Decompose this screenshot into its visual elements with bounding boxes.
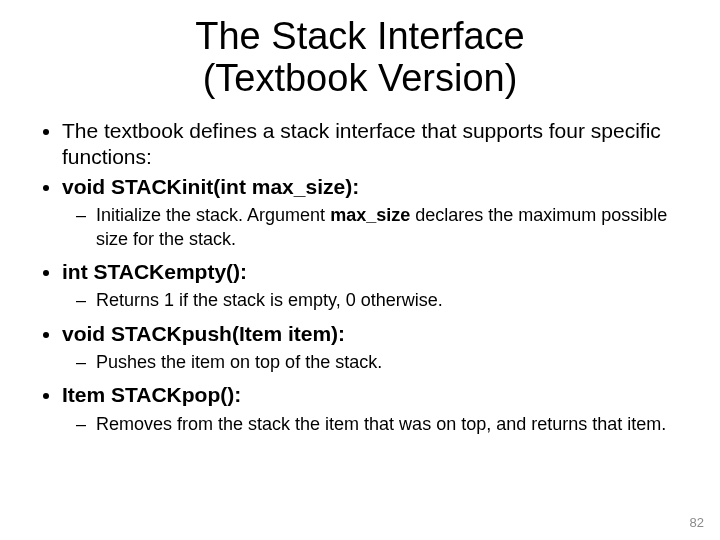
fn4-sublist: Removes from the stack the item that was… [62,413,690,436]
fn4-signature: Item STACKpop(): [62,383,241,406]
slide: The Stack Interface (Textbook Version) T… [0,0,720,540]
bullet-fn1: void STACKinit(int max_size): Initialize… [62,174,690,251]
bullet-fn3: void STACKpush(Item item): Pushes the it… [62,321,690,375]
fn2-sublist: Returns 1 if the stack is empty, 0 other… [62,289,690,312]
fn3-desc: Pushes the item on top of the stack. [96,351,690,374]
fn1-desc: Initialize the stack. Argument max_size … [96,204,690,251]
fn4-desc: Removes from the stack the item that was… [96,413,690,436]
fn1-signature: void STACKinit(int max_size): [62,175,359,198]
fn3-signature: void STACKpush(Item item): [62,322,345,345]
fn1-desc-a: Initialize the stack. Argument [96,205,330,225]
fn2-desc: Returns 1 if the stack is empty, 0 other… [96,289,690,312]
slide-title: The Stack Interface (Textbook Version) [30,16,690,100]
title-line-1: The Stack Interface [195,15,525,57]
page-number: 82 [690,515,704,530]
title-line-2: (Textbook Version) [203,57,518,99]
bullet-fn2: int STACKempty(): Returns 1 if the stack… [62,259,690,313]
bullet-fn4: Item STACKpop(): Removes from the stack … [62,382,690,436]
fn2-signature: int STACKempty(): [62,260,247,283]
bullet-intro: The textbook defines a stack interface t… [62,118,690,171]
fn1-sublist: Initialize the stack. Argument max_size … [62,204,690,251]
fn3-sublist: Pushes the item on top of the stack. [62,351,690,374]
bullet-list: The textbook defines a stack interface t… [40,118,690,436]
fn1-desc-bold: max_size [330,205,410,225]
